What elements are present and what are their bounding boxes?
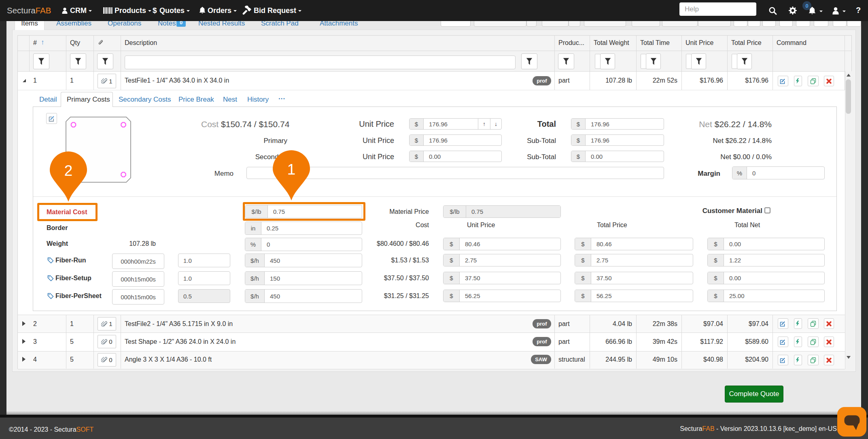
svg-text:2: 2 xyxy=(64,162,73,179)
svg-text:1: 1 xyxy=(287,161,296,178)
